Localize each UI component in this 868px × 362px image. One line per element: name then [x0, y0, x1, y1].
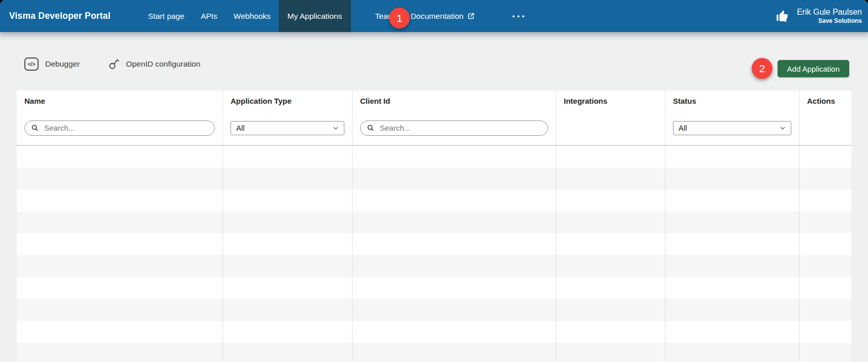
column-header-integrations: Integrations	[556, 90, 665, 111]
client-id-search-input[interactable]	[379, 123, 541, 133]
nav-more-menu[interactable]: •••	[504, 0, 535, 32]
nav-item-start-page[interactable]: Start page	[140, 0, 193, 32]
status-filter-select[interactable]: All	[673, 121, 791, 135]
applications-table: Name Application Type Client Id Integrat…	[17, 90, 851, 362]
table-row	[17, 255, 851, 277]
app-logo[interactable]: Visma Developer Portal	[9, 11, 111, 21]
name-search-field[interactable]	[24, 120, 215, 136]
column-header-actions: Actions	[799, 90, 851, 111]
search-icon	[31, 124, 39, 132]
annotation-badge-1: 1	[389, 8, 410, 28]
openid-configuration-link[interactable]: OpenID configuration	[108, 58, 200, 70]
application-type-filter-select[interactable]: All	[231, 121, 344, 135]
main-nav: Start page APIs Webhooks My Applications…	[140, 0, 535, 32]
table-row	[17, 190, 851, 212]
table-filter-row: All	[17, 111, 851, 146]
debugger-label: Debugger	[45, 59, 80, 69]
table-row	[17, 343, 851, 362]
external-link-icon	[467, 12, 475, 20]
page-toolbar: </> Debugger OpenID configuration	[24, 57, 201, 71]
nav-item-webhooks[interactable]: Webhooks	[226, 0, 279, 32]
code-debugger-icon: </>	[24, 57, 39, 71]
table-row	[17, 233, 851, 255]
table-row	[17, 277, 851, 299]
feedback-thumbs-icon[interactable]	[776, 10, 789, 23]
user-organization: Save Solutions	[797, 17, 862, 25]
table-body	[17, 146, 851, 362]
column-header-name: Name	[17, 90, 222, 111]
screenshot-stage: Visma Developer Portal Start page APIs W…	[0, 0, 868, 362]
name-search-input[interactable]	[43, 123, 208, 133]
nav-item-apis[interactable]: APIs	[192, 0, 226, 32]
chevron-down-icon	[333, 125, 339, 131]
app-window: Visma Developer Portal Start page APIs W…	[0, 0, 868, 362]
table-row	[17, 299, 851, 321]
chevron-down-icon	[780, 125, 786, 131]
navbar-right: Erik Gule Paulsen Save Solutions	[776, 0, 862, 32]
column-header-application-type: Application Type	[222, 90, 352, 111]
table-row	[17, 168, 851, 190]
annotation-badge-2: 2	[752, 58, 773, 79]
nav-item-documentation[interactable]: Documentation	[402, 0, 483, 32]
debugger-link[interactable]: </> Debugger	[24, 57, 80, 71]
client-id-search-field[interactable]	[360, 120, 548, 136]
table-row	[17, 212, 851, 233]
table-row	[17, 146, 851, 168]
page-content: </> Debugger OpenID configuration Add Ap…	[0, 32, 868, 362]
openid-label: OpenID configuration	[126, 59, 200, 69]
search-icon	[367, 124, 374, 132]
column-header-client-id: Client Id	[352, 90, 556, 111]
nav-item-my-applications[interactable]: My Applications	[279, 0, 351, 32]
add-application-button[interactable]: Add Application	[778, 60, 849, 77]
column-header-status: Status	[665, 90, 799, 111]
top-navbar: Visma Developer Portal Start page APIs W…	[0, 0, 868, 32]
user-menu[interactable]: Erik Gule Paulsen Save Solutions	[797, 7, 862, 25]
user-name: Erik Gule Paulsen	[797, 7, 862, 17]
table-header-row: Name Application Type Client Id Integrat…	[17, 90, 851, 111]
openid-key-icon	[108, 58, 119, 70]
table-row	[17, 321, 851, 343]
